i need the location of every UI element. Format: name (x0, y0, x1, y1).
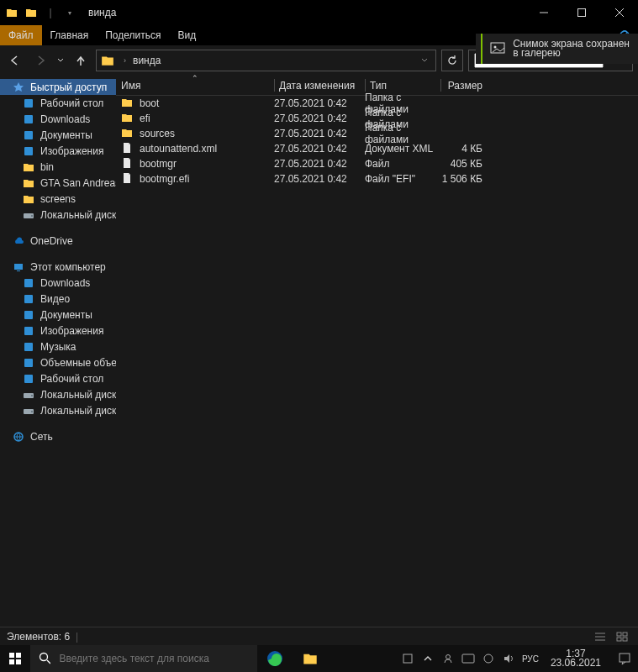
quick-access-toolbar: | ▾ (0, 6, 82, 19)
column-size[interactable]: Размер (440, 76, 488, 95)
sidebar-qa-item[interactable]: bin (0, 159, 116, 175)
maximize-button[interactable] (562, 0, 600, 25)
close-button[interactable] (600, 0, 638, 25)
image-icon (22, 324, 35, 338)
tray-language[interactable]: РУС (522, 652, 539, 665)
file-row[interactable]: sources27.05.2021 0:42Папка с файлами (116, 126, 638, 141)
tray-people-icon[interactable] (441, 652, 455, 665)
titlebar: | ▾ винда (0, 0, 638, 25)
window-folder-icon (5, 6, 18, 19)
tray-chevron-up-icon[interactable] (421, 652, 435, 665)
sidebar-qa-item[interactable]: screens (0, 191, 116, 207)
file-date: 27.05.2021 0:42 (274, 113, 365, 124)
sidebar-qa-item[interactable]: Локальный диск (D:) (0, 207, 116, 223)
system-tray: РУС 1:37 23.06.2021 (399, 645, 638, 672)
file-icon (121, 172, 134, 186)
ribbon-tab-view[interactable]: Вид (169, 25, 204, 45)
sidebar-item-label: Локальный диск (D:) (40, 405, 116, 417)
svg-point-44 (446, 655, 450, 659)
file-row[interactable]: bootmgr.efi27.05.2021 0:42Файл "EFI"1 50… (116, 171, 638, 186)
breadcrumb-root[interactable]: › (119, 50, 129, 71)
toast-text: Снимок экрана сохранен в галерею (513, 39, 630, 58)
breadcrumb-item[interactable]: винда (129, 50, 164, 71)
taskbar-app-edge[interactable] (257, 645, 293, 672)
sidebar-pc-item[interactable]: Видео (0, 291, 116, 307)
column-name[interactable]: ⌃Имя (116, 76, 274, 95)
sidebar-item-label: Документы (40, 129, 92, 141)
svg-rect-8 (24, 99, 33, 108)
ribbon-tab-share[interactable]: Поделиться (97, 25, 169, 45)
svg-rect-38 (9, 659, 14, 664)
breadcrumb-label: винда (133, 55, 161, 66)
file-name: bootmgr.efi (140, 173, 189, 185)
sidebar-qa-item[interactable]: Изображения (0, 143, 116, 159)
column-date[interactable]: Дата изменения (274, 76, 365, 95)
ribbon-tab-file[interactable]: Файл (0, 25, 42, 45)
sidebar-qa-item[interactable]: GTA San Andreas (0, 175, 116, 191)
ribbon-tab-home[interactable]: Главная (42, 25, 98, 45)
qat-divider-icon: | (44, 6, 57, 19)
download-icon (22, 113, 35, 126)
tray-volume-icon[interactable] (502, 652, 515, 665)
address-dropdown[interactable] (414, 57, 435, 64)
sidebar-item-label: Видео (40, 293, 70, 305)
window-title: винда (88, 7, 116, 18)
up-button[interactable] (71, 50, 91, 71)
sidebar-pc-item[interactable]: Downloads (0, 275, 116, 291)
taskbar-app-explorer[interactable] (293, 645, 328, 672)
view-thumbnails-button[interactable] (613, 629, 631, 644)
sidebar-pc-item[interactable]: Изображения (0, 323, 116, 339)
file-type: Файл (365, 158, 440, 170)
folder-icon (121, 127, 134, 140)
drive-icon (22, 208, 35, 222)
sidebar-pc-item[interactable]: Локальный диск (C:) (0, 386, 116, 402)
sidebar-pc-item[interactable]: Объемные объекты (0, 354, 116, 370)
tray-notifications[interactable] (613, 652, 636, 665)
recent-dropdown[interactable] (55, 50, 66, 71)
svg-point-13 (31, 215, 33, 217)
svg-rect-22 (24, 375, 33, 383)
sidebar-pc-item[interactable]: Рабочий стол (0, 370, 116, 386)
screenshot-toast[interactable]: Снимок экрана сохранен в галерею (476, 34, 638, 64)
toast-gallery-icon (489, 39, 506, 59)
qat-dropdown-icon[interactable]: ▾ (63, 6, 76, 19)
svg-rect-9 (24, 115, 33, 123)
taskbar-search-input[interactable] (59, 653, 249, 664)
taskbar-search[interactable] (30, 645, 257, 672)
sidebar-qa-item[interactable]: Downloads (0, 111, 116, 127)
forward-button[interactable] (30, 50, 50, 71)
network-icon (12, 430, 25, 444)
sidebar-network[interactable]: Сеть (0, 428, 116, 444)
svg-rect-1 (577, 9, 585, 17)
start-button[interactable] (0, 645, 30, 672)
sidebar-pc-item[interactable]: Локальный диск (D:) (0, 402, 116, 418)
sidebar-pc-item[interactable]: Музыка (0, 339, 116, 354)
tray-keyboard-icon[interactable] (461, 652, 475, 665)
tray-network-icon[interactable] (482, 652, 495, 665)
sidebar-this-pc[interactable]: Этот компьютер (0, 259, 116, 275)
sidebar-quick-access[interactable]: Быстрый доступ (0, 79, 116, 95)
column-type[interactable]: Тип (365, 76, 440, 95)
sidebar-item-label: Изображения (40, 145, 103, 157)
tray-app-icon[interactable] (401, 652, 414, 665)
file-row[interactable]: bootmgr27.05.2021 0:42Файл405 КБ (116, 156, 638, 171)
sidebar-item-label: Рабочий стол (40, 97, 103, 109)
tray-clock[interactable]: 1:37 23.06.2021 (546, 649, 606, 668)
svg-point-50 (494, 45, 497, 48)
sidebar-qa-item[interactable]: Рабочий стол (0, 95, 116, 111)
file-date: 27.05.2021 0:42 (274, 173, 365, 185)
back-button[interactable] (5, 50, 25, 71)
minimize-button[interactable] (525, 0, 562, 25)
file-row[interactable]: autounattend.xml27.05.2021 0:42Документ … (116, 141, 638, 156)
sidebar-onedrive[interactable]: OneDrive (0, 233, 116, 249)
file-date: 27.05.2021 0:42 (274, 158, 365, 170)
sidebar-qa-item[interactable]: Документы (0, 127, 116, 143)
qat-folder-icon[interactable] (24, 6, 38, 19)
image-icon (22, 144, 35, 158)
view-details-button[interactable] (591, 629, 609, 644)
refresh-button[interactable] (441, 50, 463, 71)
sidebar-pc-item[interactable]: Документы (0, 307, 116, 323)
address-bar[interactable]: › винда (96, 50, 436, 71)
ribbon-tab-file-label: Файл (8, 29, 34, 41)
file-name: sources (140, 128, 175, 139)
